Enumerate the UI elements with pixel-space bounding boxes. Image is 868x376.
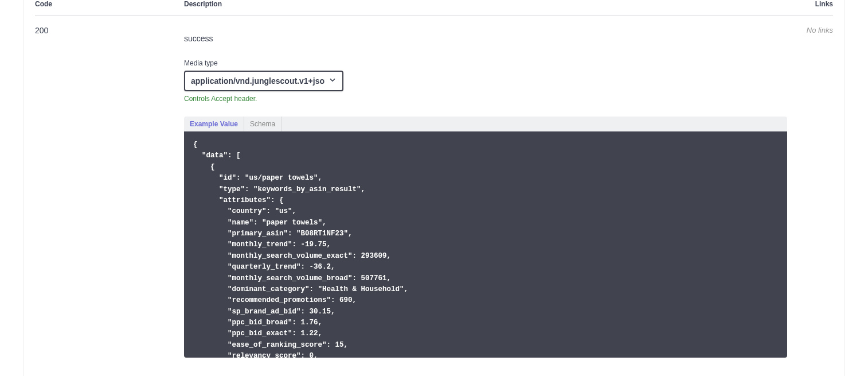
example-code-scroll[interactable]: { "data": [ { "id": "us/paper towels", "…	[184, 131, 787, 358]
header-code: Code	[35, 0, 184, 8]
response-row-200: 200 success Media type application/vnd.j…	[35, 15, 833, 358]
media-type-select[interactable]: application/vnd.junglescout.v1+json	[184, 71, 343, 91]
response-section: Code Description Links 200 success Media…	[23, 0, 845, 376]
media-type-select-wrap: application/vnd.junglescout.v1+json	[184, 71, 343, 91]
header-links: Links	[787, 0, 833, 8]
accept-header-hint: Controls Accept header.	[184, 95, 787, 103]
header-description: Description	[184, 0, 787, 8]
example-json: { "data": [ { "id": "us/paper towels", "…	[184, 131, 787, 358]
response-table: Code Description Links 200 success Media…	[35, 0, 833, 358]
media-type-label: Media type	[184, 59, 787, 67]
response-code: 200	[35, 26, 184, 358]
response-description: success	[184, 34, 787, 43]
response-body: success Media type application/vnd.jungl…	[184, 26, 787, 358]
response-table-header: Code Description Links	[35, 0, 833, 15]
example-schema-tabs: Example Value Schema	[184, 117, 787, 131]
tab-schema[interactable]: Schema	[244, 117, 281, 131]
response-links: No links	[787, 26, 833, 358]
tab-example-value[interactable]: Example Value	[184, 117, 244, 131]
